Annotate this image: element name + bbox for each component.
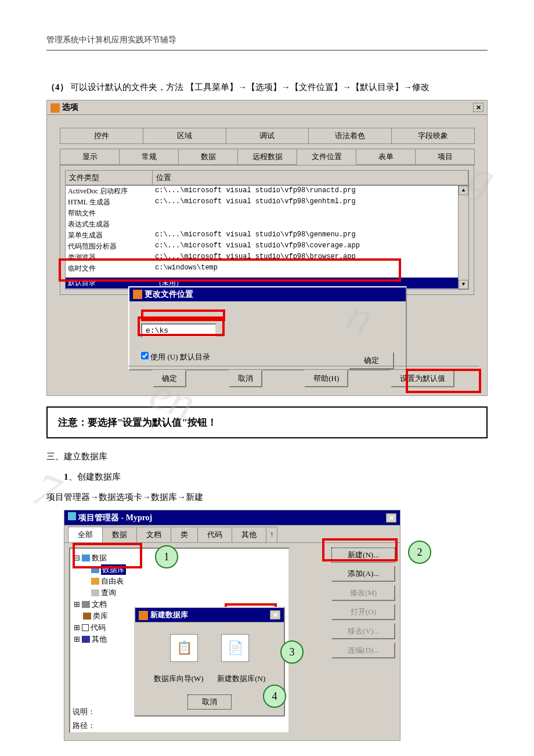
table-icon: [91, 578, 99, 585]
tabs-row-2: 显示 常规 数据 远程数据 文件位置 表单 项目: [55, 144, 479, 165]
highlight-setdefault: [406, 369, 481, 393]
pm-path-label: 路径：: [73, 719, 95, 732]
options-titlebar: 选项 ✕: [47, 100, 487, 115]
pm-tab-data[interactable]: 数据: [102, 527, 137, 542]
new-label: 新建数据库(N): [217, 674, 265, 684]
tab-filelocations[interactable]: 文件位置: [297, 149, 356, 165]
tab-controls[interactable]: 控件: [60, 128, 143, 144]
col-filetype: 文件类型: [66, 171, 153, 185]
other-icon: [82, 636, 90, 643]
code-icon: [82, 624, 89, 631]
options-ok[interactable]: 确定: [153, 370, 186, 387]
pm-title: 项目管理器 - Myproj: [78, 513, 152, 522]
close-icon[interactable]: ✕: [473, 103, 484, 112]
options-help[interactable]: 帮助(H): [304, 370, 348, 387]
note-box: 注意：要选择"设置为默认值"按钮！: [46, 406, 488, 438]
pm-tab-code[interactable]: 代码: [197, 527, 232, 542]
wizard-icon[interactable]: 📋: [170, 634, 198, 662]
pm-open-button: 打开(O): [331, 604, 395, 620]
step-2: 2: [408, 541, 431, 564]
step-3: 3: [280, 640, 304, 664]
tab-remote[interactable]: 远程数据: [237, 149, 297, 165]
options-dialog-screenshot: 选项 ✕ 控件 区域 调试 语法着色 字段映象 显示 常规 数据 远程数据 文件…: [46, 100, 488, 396]
section3-path: 项目管理器→数据选项卡→数据库→新建: [46, 489, 488, 505]
tab-fieldmap[interactable]: 字段映象: [391, 128, 475, 144]
intro-number: （4）: [46, 82, 68, 92]
section3-sub1: 1、创建数据库: [46, 469, 488, 485]
step-4: 4: [263, 685, 286, 708]
fox-icon: [50, 103, 60, 113]
tab-display[interactable]: 显示: [60, 149, 120, 165]
query-icon: [91, 589, 99, 596]
fox-icon: [139, 611, 148, 620]
pm-tab-arrow[interactable]: ↑: [266, 527, 277, 542]
options-title: 选项: [62, 103, 78, 111]
intro-paragraph: （4） 可以设计默认的文件夹，方法 【工具菜单】→【选项】→【文件位置】→【默认…: [46, 80, 488, 95]
pm-build-button: 连编(D)...: [331, 642, 395, 658]
intro-text: 可以设计默认的文件夹，方法 【工具菜单】→【选项】→【文件位置】→【默认目录】→…: [70, 82, 430, 92]
wizard-label: 数据库向导(W): [154, 674, 204, 684]
change-loc-title: 更改文件位置: [145, 289, 193, 300]
section3-heading: 三、建立数据库: [46, 449, 488, 465]
list-scrollbar[interactable]: ▲ ▼: [458, 186, 468, 289]
new-database-dialog: 新建数据库 ✕ 📋 📄 数据库向导(W) 新建数据库(N) 取消: [134, 607, 285, 717]
classlib-icon: [83, 613, 91, 620]
tab-region[interactable]: 区域: [143, 128, 226, 144]
checkbox-label: 使用 (U) 默认目录: [150, 352, 210, 361]
options-cancel[interactable]: 取消: [229, 370, 262, 387]
pm-modify-button: 修改(M): [331, 585, 395, 601]
pm-remove-button: 移去(V)...: [331, 623, 395, 639]
step-1: 1: [155, 545, 178, 568]
close-icon[interactable]: ✕: [386, 513, 396, 523]
new-file-icon[interactable]: 📄: [221, 634, 249, 662]
pm-tab-class[interactable]: 类: [171, 527, 198, 542]
pm-tab-docs[interactable]: 文档: [136, 527, 171, 542]
hl-new-btn: [322, 538, 398, 561]
tab-data[interactable]: 数据: [178, 149, 238, 165]
tab-syntax[interactable]: 语法着色: [308, 128, 392, 144]
docs-icon: [82, 601, 90, 608]
tab-general[interactable]: 常规: [119, 149, 179, 165]
tab-projects[interactable]: 项目: [415, 149, 475, 165]
tab-debug[interactable]: 调试: [226, 128, 309, 144]
pm-add-button[interactable]: 添加(A)...: [331, 566, 395, 582]
hl-data-db: [73, 543, 142, 568]
fox-icon: [133, 290, 142, 299]
project-manager-screenshot: 项目管理器 - Myproj ✕ 全部 数据 文档 类 代码 其他 ↑ ⊟ 数据…: [64, 510, 400, 741]
pm-desc-label: 说明：: [73, 705, 95, 718]
new-db-cancel[interactable]: 取消: [187, 694, 232, 710]
use-default-checkbox[interactable]: [141, 352, 149, 359]
pm-tab-all[interactable]: 全部: [68, 527, 103, 542]
page-header: 管理系统中计算机应用实践环节辅导: [46, 35, 488, 51]
pm-icon: [68, 512, 76, 520]
highlight-default-dir: [59, 258, 401, 282]
new-db-title: 新建数据库: [150, 610, 188, 619]
highlight-input: [138, 316, 225, 336]
tab-forms[interactable]: 表单: [356, 149, 416, 165]
pm-tab-other[interactable]: 其他: [232, 527, 266, 542]
close-icon[interactable]: ✕: [270, 610, 280, 620]
tabs-row-1: 控件 区域 调试 语法着色 字段映象: [55, 123, 479, 144]
col-location: 位置: [153, 171, 468, 185]
